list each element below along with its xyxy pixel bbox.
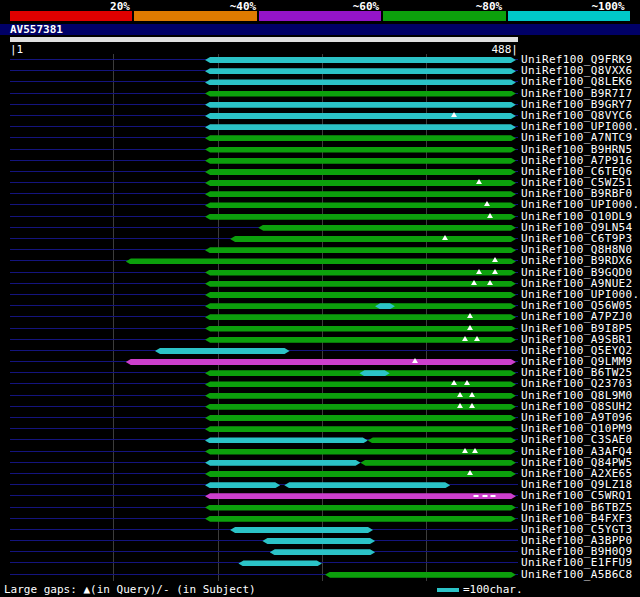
- identity-scale-bar: 20% ~40% ~60% ~80% ~100%: [10, 11, 630, 21]
- alignment-bar-green[interactable]: [368, 437, 516, 443]
- query-gap-marker: [467, 313, 473, 318]
- query-gap-marker: [457, 392, 463, 397]
- alignment-bar-cyan[interactable]: [205, 460, 360, 466]
- alignment-bar-green[interactable]: [205, 292, 516, 298]
- scale-legend-bar-icon: [437, 588, 459, 592]
- alignment-bar-green[interactable]: [205, 281, 516, 287]
- query-gap-marker: [484, 201, 490, 206]
- query-gap-marker: [462, 448, 468, 453]
- alignment-bar-cyan[interactable]: [238, 560, 321, 566]
- alignment-bar-green[interactable]: [205, 191, 516, 197]
- alignment-bar-cyan[interactable]: [205, 482, 280, 488]
- alignment-bar-green[interactable]: [258, 225, 516, 231]
- scale-label-40: ~40%: [230, 0, 257, 13]
- alignment-bar-green[interactable]: [205, 247, 516, 253]
- alignment-bar-magenta[interactable]: [126, 359, 516, 365]
- alignment-bar-green[interactable]: [230, 236, 516, 242]
- row-baseline: [10, 551, 518, 552]
- alignment-bar-cyan[interactable]: [205, 102, 516, 108]
- hit-label[interactable]: UniRef100_Q8LEK6: [521, 76, 633, 87]
- alignment-bar-magenta[interactable]: [205, 493, 516, 499]
- alignment-bar-green[interactable]: [205, 135, 516, 141]
- alignment-row: UniRef100_B6TBZ5: [0, 502, 640, 513]
- subject-gap-marker: [482, 495, 487, 497]
- alignment-bar-cyan[interactable]: [205, 57, 516, 63]
- query-gap-marker: [487, 280, 493, 285]
- hit-label[interactable]: UniRef100_C3SAE0: [521, 434, 633, 445]
- hit-label[interactable]: UniRef100_Q23703: [521, 378, 633, 389]
- hit-label[interactable]: UniRef100_A5B6C8: [521, 569, 633, 580]
- scale-label-60: ~60%: [353, 0, 380, 13]
- alignment-row: UniRef100_A7PZJ0: [0, 311, 640, 322]
- query-gap-marker: [451, 380, 457, 385]
- query-gap-marker: [462, 336, 468, 341]
- large-gaps-legend: Large gaps: ▲(in Query)/- (in Subject): [4, 583, 256, 596]
- hit-label[interactable]: UniRef100_E1FFU9: [521, 557, 633, 568]
- alignment-bar-green[interactable]: [205, 303, 516, 309]
- alignment-bar-cyan[interactable]: [205, 68, 516, 74]
- alignment-row: UniRef100_B9HRN5: [0, 144, 640, 155]
- alignment-bar-green[interactable]: [205, 91, 516, 97]
- alignment-bar-green[interactable]: [325, 572, 516, 578]
- alignment-bar-green[interactable]: [205, 426, 516, 432]
- alignment-bar-cyan[interactable]: [205, 113, 516, 119]
- hit-label[interactable]: UniRef100_B9RDX6: [521, 255, 633, 266]
- alignment-row: UniRef100_B9RDX6: [0, 255, 640, 266]
- query-bar[interactable]: [10, 37, 518, 42]
- alignment-bar-green[interactable]: [205, 449, 516, 455]
- alignment-row: UniRef100_B9I8P5: [0, 323, 640, 334]
- alignment-bar-cyan[interactable]: [262, 538, 375, 544]
- query-gap-marker: [492, 257, 498, 262]
- alignment-row: UniRef100_A5B6C8: [0, 569, 640, 580]
- query-gap-marker: [442, 235, 448, 240]
- alignment-bar-cyan[interactable]: [205, 79, 516, 85]
- query-gap-marker: [476, 269, 482, 274]
- alignment-plot: UniRef100_Q9FRK9UniRef100_Q8VXX6UniRef10…: [0, 54, 640, 581]
- alignment-bar-green[interactable]: [205, 169, 516, 175]
- alignment-bar-cyan[interactable]: [155, 348, 290, 354]
- query-gap-marker: [472, 448, 478, 453]
- alignment-bar-green[interactable]: [360, 460, 515, 466]
- subject-gap-marker: [490, 495, 495, 497]
- alignment-bar-cyan[interactable]: [359, 370, 389, 376]
- alignment-row: UniRef100_E1FFU9: [0, 557, 640, 568]
- alignment-bar-green[interactable]: [205, 270, 516, 276]
- hit-label[interactable]: UniRef100_A7PZJ0: [521, 311, 633, 322]
- subject-gap-marker: [474, 495, 479, 497]
- alignment-row: UniRef100_Q23703: [0, 378, 640, 389]
- blast-hit-overview: 20% ~40% ~60% ~80% ~100% AV557381 |1 488…: [0, 0, 640, 597]
- alignment-bar-green[interactable]: [205, 214, 516, 220]
- alignment-row: UniRef100_UPI000..: [0, 199, 640, 210]
- alignment-bar-cyan[interactable]: [205, 124, 516, 130]
- hit-label[interactable]: UniRef100_UPI000..: [521, 199, 640, 210]
- alignment-bar-green[interactable]: [205, 516, 516, 522]
- alignment-row: UniRef100_A7NTC9: [0, 132, 640, 143]
- query-gap-marker: [464, 380, 470, 385]
- scale-label-20: 20%: [110, 0, 130, 13]
- query-gap-marker: [457, 403, 463, 408]
- alignment-bar-green[interactable]: [205, 505, 516, 511]
- alignment-bar-cyan[interactable]: [230, 527, 373, 533]
- query-gap-marker: [487, 213, 493, 218]
- alignment-bar-green[interactable]: [205, 337, 516, 343]
- query-gap-marker: [469, 403, 475, 408]
- alignment-bar-green[interactable]: [205, 202, 516, 208]
- query-gap-marker: [469, 392, 475, 397]
- alignment-bar-cyan[interactable]: [205, 437, 368, 443]
- alignment-bar-green[interactable]: [126, 258, 516, 264]
- query-gap-marker: [474, 336, 480, 341]
- query-gap-marker: [471, 280, 477, 285]
- hit-label[interactable]: UniRef100_C5WRQ1: [521, 490, 633, 501]
- alignment-bar-green[interactable]: [205, 180, 516, 186]
- query-gap-marker: [476, 179, 482, 184]
- alignment-bar-cyan[interactable]: [284, 482, 450, 488]
- alignment-bar-green[interactable]: [205, 415, 516, 421]
- alignment-bar-cyan[interactable]: [270, 549, 375, 555]
- hit-label[interactable]: UniRef100_A7NTC9: [521, 132, 633, 143]
- alignment-bar-green[interactable]: [205, 147, 516, 153]
- alignment-bar-green[interactable]: [205, 158, 516, 164]
- scale-label-80: ~80%: [476, 0, 503, 13]
- query-name: AV557381: [10, 24, 63, 35]
- query-gap-marker: [451, 112, 457, 117]
- alignment-row: UniRef100_C5WRQ1: [0, 490, 640, 501]
